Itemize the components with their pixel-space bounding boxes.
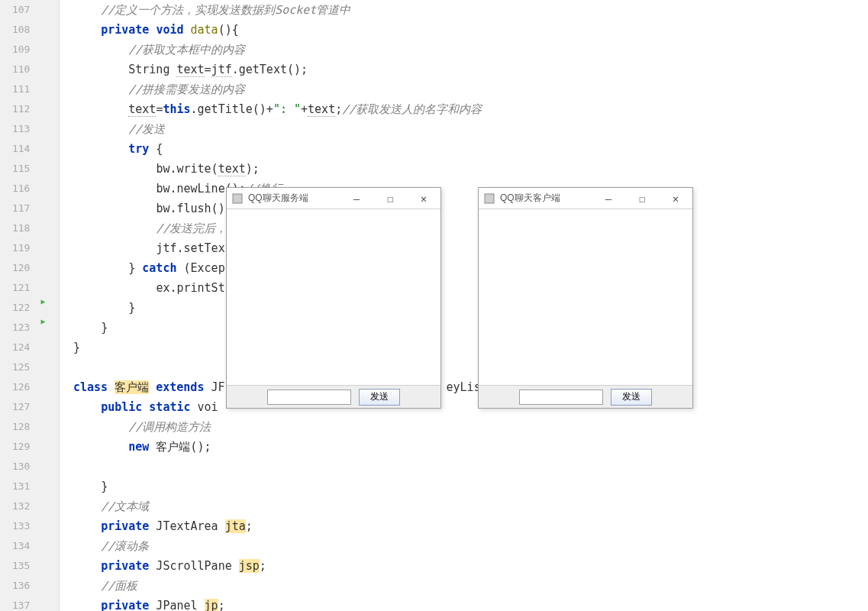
line-numbers: 1071081091101111121131141151161171181191… [0,0,36,611]
close-button[interactable]: ✕ [659,188,692,209]
code-text: JTextArea [149,519,224,533]
code-text: JScrollPane [149,559,238,573]
code-text: JF [204,380,224,394]
code-text [142,400,149,414]
titlebar[interactable]: QQ聊天客户端 — ☐ ✕ [479,188,692,209]
gutter: 1071081091101111121131141151161171181191… [0,0,60,611]
var: text [176,63,204,77]
field: jp [205,599,218,611]
keyword: public [101,400,142,414]
keyword: extends [156,380,204,394]
code-text: String [128,63,176,76]
window-title: QQ聊天客户端 [500,192,592,205]
code-text: bw [156,202,169,215]
keyword: static [149,400,190,414]
run-marker-icon[interactable]: ▶ [40,297,45,306]
chat-server-window[interactable]: QQ聊天服务端 — ☐ ✕ 发送 [226,187,441,409]
comment: //获取发送人的名字和内容 [342,102,482,116]
code-text: .write( [169,162,218,176]
send-button[interactable]: 发送 [611,389,652,406]
code-text: ; [335,102,342,116]
code-text: eyLis [447,380,481,394]
code-text [149,380,156,394]
keyword: private [101,559,149,573]
java-icon [231,192,244,205]
string: ": " [273,102,301,116]
message-input[interactable] [267,390,351,405]
keyword: private [101,23,149,37]
code-text: .setTex [176,241,224,255]
code-text: .flush() [169,202,224,215]
keyword: this [163,102,190,116]
keyword: void [156,23,183,37]
comment: //面板 [101,579,137,593]
minimize-button[interactable]: — [592,188,625,209]
code-text: 客户端(); [149,440,211,454]
code-text: voi [191,400,218,414]
code-text: ; [260,559,266,573]
java-icon [483,192,495,205]
code-text: (){ [218,23,239,37]
chat-bottom-panel: 发送 [479,385,692,408]
code-text: } [128,301,135,315]
minimize-button[interactable]: — [340,188,373,209]
titlebar[interactable]: QQ聊天服务端 — ☐ ✕ [227,188,440,209]
keyword: catch [142,261,176,275]
close-button[interactable]: ✕ [407,188,440,209]
run-marker-icon[interactable]: ▶ [40,317,45,325]
method-name: data [191,23,218,37]
code-text: jtf [156,241,176,255]
comment: //滚动条 [101,539,149,553]
chat-text-area[interactable] [227,209,440,385]
code-text: = [205,63,211,76]
code-text: bw [156,182,169,196]
keyword: private [101,599,149,611]
chat-client-window[interactable]: QQ聊天客户端 — ☐ ✕ 发送 [478,187,693,409]
send-button[interactable]: 发送 [359,389,400,406]
keyword: private [101,519,149,533]
keyword: try [128,142,149,156]
code-text: } [128,261,142,275]
code-text: .getTitle()+ [191,102,273,116]
chat-bottom-panel: 发送 [227,385,440,408]
code-text: ); [246,162,260,176]
code-text: JPanel [149,599,204,611]
var: text [308,102,335,117]
comment: //调用构造方法 [128,420,211,434]
code-text: } [101,321,108,335]
gutter-markers: ▶ ▶ [36,0,59,611]
window-title: QQ聊天服务端 [248,192,340,205]
keyword: class [73,380,108,394]
comment: //发送 [128,122,165,136]
code-text: ; [246,519,253,533]
svg-rect-1 [485,194,494,203]
code-text [108,380,115,394]
code-text: .getText(); [232,63,308,76]
keyword: new [128,440,149,454]
code-text: + [301,102,308,116]
field: jsp [239,559,260,573]
svg-rect-0 [233,194,242,203]
message-input[interactable] [519,390,603,405]
field: jta [225,519,246,533]
var: jtf [211,63,232,77]
code-text: } [73,341,80,354]
code-text: bw [156,162,169,176]
chat-text-area[interactable] [479,209,692,385]
var: text [128,102,156,117]
comment: //发送完后， [156,221,227,235]
comment: //拼接需要发送的内容 [128,82,245,96]
code-text: (Excep [176,261,224,275]
code-area[interactable]: //定义一个方法，实现发送数据到Socket管道中 private void d… [60,0,868,611]
maximize-button[interactable]: ☐ [625,188,659,209]
var: text [218,162,246,176]
class-name: 客户端 [115,380,149,394]
comment: //定义一个方法，实现发送数据到Socket管道中 [101,3,350,17]
code-text: } [101,480,108,493]
maximize-button[interactable]: ☐ [373,188,407,209]
code-text: ; [218,599,225,611]
code-text: { [149,142,163,156]
comment: //文本域 [101,499,149,513]
comment: //获取文本框中的内容 [128,43,245,57]
code-text: ex.printSt [156,281,224,295]
